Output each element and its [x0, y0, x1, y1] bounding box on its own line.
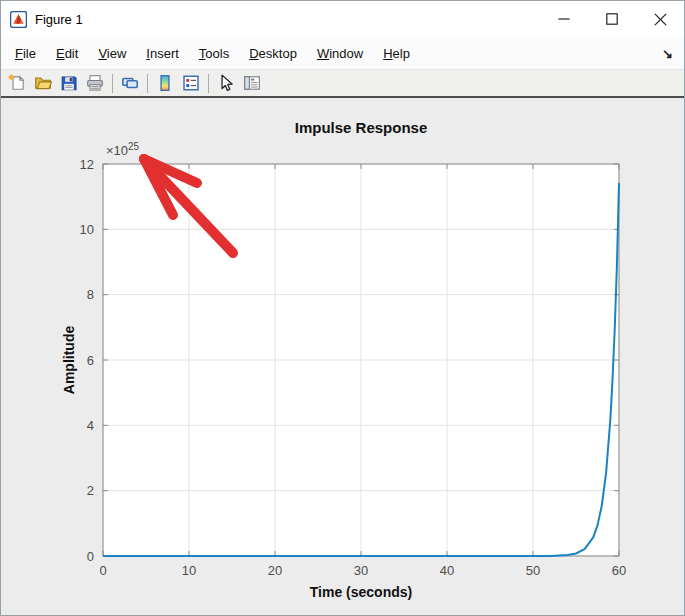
menu-item-tools[interactable]: Tools — [189, 41, 239, 66]
y-tick-label: 0 — [87, 549, 94, 564]
save-figure-icon — [60, 74, 78, 92]
plot-area[interactable]: 0102030405060024681012 — [1, 98, 685, 616]
x-tick-label: 10 — [182, 563, 196, 578]
maximize-button[interactable] — [588, 1, 636, 37]
figure-toolbar — [1, 69, 684, 98]
print-figure-button[interactable] — [82, 71, 108, 95]
x-tick-label: 20 — [268, 563, 282, 578]
chart-title: Impulse Response — [103, 119, 619, 136]
property-inspector-icon — [243, 74, 261, 92]
matlab-figure-icon — [10, 11, 27, 28]
minimize-button[interactable] — [540, 1, 588, 37]
edit-plot-icon — [217, 74, 235, 92]
menu-item-help[interactable]: Help — [373, 41, 420, 66]
x-tick-label: 30 — [354, 563, 368, 578]
dock-figure-icon[interactable]: ↘ — [662, 46, 673, 61]
open-file-icon — [34, 74, 52, 92]
open-file-button[interactable] — [30, 71, 56, 95]
print-figure-icon — [86, 74, 104, 92]
link-plot-icon — [121, 74, 139, 92]
titlebar[interactable]: Figure 1 — [1, 1, 684, 37]
minimize-icon — [558, 13, 570, 25]
new-figure-button[interactable] — [4, 71, 30, 95]
close-button[interactable] — [636, 1, 684, 37]
toolbar-separator — [112, 74, 113, 93]
menu-item-window[interactable]: Window — [307, 41, 373, 66]
menu-item-desktop[interactable]: Desktop — [239, 41, 307, 66]
x-tick-label: 40 — [440, 563, 454, 578]
x-tick-label: 0 — [99, 563, 106, 578]
link-plot-button[interactable] — [117, 71, 143, 95]
property-inspector-button[interactable] — [239, 71, 265, 95]
insert-colorbar-button[interactable] — [152, 71, 178, 95]
maximize-icon — [606, 13, 618, 25]
insert-legend-button[interactable] — [178, 71, 204, 95]
y-axis-label: Amplitude — [61, 326, 77, 394]
exponent-value: 25 — [128, 141, 139, 152]
y-axis-exponent-label: ×1025 — [106, 141, 139, 158]
menubar: File Edit View Insert Tools Desktop Wind… — [1, 37, 684, 69]
menu-item-insert[interactable]: Insert — [136, 41, 189, 66]
close-icon — [654, 13, 667, 26]
menu-item-file[interactable]: File — [5, 41, 46, 66]
figure-canvas: 0102030405060024681012 Impulse Response … — [1, 98, 684, 615]
x-axis-label: Time (seconds) — [103, 584, 619, 600]
x-tick-label: 50 — [526, 563, 540, 578]
menu-item-edit[interactable]: Edit — [46, 41, 88, 66]
insert-colorbar-icon — [156, 74, 174, 92]
insert-legend-icon — [182, 74, 200, 92]
new-figure-icon — [8, 74, 26, 92]
menu-item-view[interactable]: View — [88, 41, 136, 66]
y-tick-label: 6 — [87, 353, 94, 368]
y-tick-label: 10 — [80, 222, 94, 237]
exponent-prefix: ×10 — [106, 143, 128, 158]
y-tick-label: 2 — [87, 483, 94, 498]
y-tick-label: 4 — [87, 418, 94, 433]
window-controls — [540, 1, 684, 37]
window-title: Figure 1 — [35, 12, 83, 27]
toolbar-separator — [147, 74, 148, 93]
figure-window: Figure 1 File Edit View Insert Tools Des… — [0, 0, 685, 616]
x-tick-label: 60 — [612, 563, 626, 578]
save-figure-button[interactable] — [56, 71, 82, 95]
toolbar-separator — [208, 74, 209, 93]
edit-plot-button[interactable] — [213, 71, 239, 95]
y-tick-label: 12 — [80, 157, 94, 172]
y-tick-label: 8 — [87, 287, 94, 302]
